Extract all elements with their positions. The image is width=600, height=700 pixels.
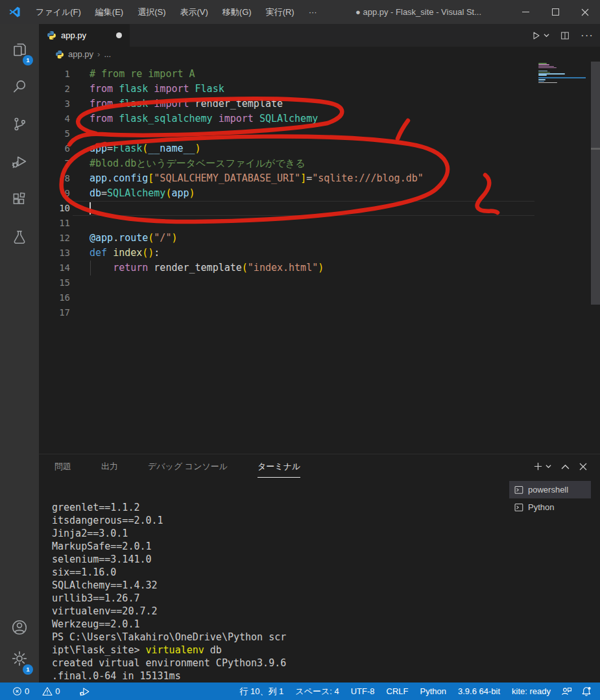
source-control-icon[interactable] bbox=[0, 107, 39, 141]
extensions-icon[interactable] bbox=[0, 183, 39, 216]
warning-count: 0 bbox=[55, 686, 60, 696]
editor-tab-bar: app.py ··· bbox=[39, 24, 600, 47]
status-item-4[interactable]: Python bbox=[414, 686, 451, 696]
code-line[interactable]: 7#blod.dbというデータベースファイルができる bbox=[39, 156, 586, 171]
minimap-line bbox=[538, 67, 557, 69]
minimize-button[interactable] bbox=[510, 0, 540, 24]
line-number: 17 bbox=[39, 305, 70, 320]
explorer-icon[interactable]: 1 bbox=[0, 32, 39, 66]
minimap-line bbox=[538, 81, 544, 82]
new-terminal-button[interactable] bbox=[533, 461, 551, 471]
status-item-5[interactable]: 3.9.6 64-bit bbox=[452, 686, 506, 696]
more-actions-button[interactable]: ··· bbox=[581, 29, 594, 42]
code-line[interactable]: 3from flask import render_template bbox=[39, 97, 586, 111]
search-icon[interactable] bbox=[0, 69, 39, 103]
code-line[interactable]: 1# from re import A bbox=[39, 67, 586, 82]
line-number: 13 bbox=[39, 246, 70, 261]
terminal-line: SQLAlchemy==1.4.32 bbox=[52, 579, 286, 592]
feedback-icon[interactable] bbox=[557, 686, 577, 696]
menu-item-2[interactable]: 選択(S) bbox=[130, 0, 173, 24]
split-editor-button[interactable] bbox=[560, 30, 570, 41]
panel: 問題出力デバッグ コンソールターミナル greenlet==1.1.2itsda… bbox=[39, 454, 600, 682]
testing-icon[interactable] bbox=[0, 220, 39, 254]
line-number: 14 bbox=[39, 261, 70, 275]
terminal-output[interactable]: greenlet==1.1.2itsdangerous==2.0.1Jinja2… bbox=[52, 501, 286, 682]
panel-actions bbox=[533, 461, 587, 471]
tab-app-py[interactable]: app.py bbox=[39, 24, 130, 47]
panel-tab-0[interactable]: 問題 bbox=[54, 455, 71, 477]
breadcrumb-symbol[interactable]: ... bbox=[104, 49, 111, 59]
code-line-text: app=Flask(__name__) bbox=[70, 141, 201, 156]
menu-item-0[interactable]: ファイル(F) bbox=[29, 0, 88, 24]
editor-scrollbar[interactable] bbox=[591, 62, 600, 305]
code-line-text bbox=[70, 216, 90, 231]
breadcrumb-file[interactable]: app.py bbox=[68, 49, 93, 59]
status-item-3[interactable]: CRLF bbox=[381, 686, 414, 696]
code-line[interactable]: 10 bbox=[39, 201, 586, 216]
status-item-0[interactable]: 行 10、列 1 bbox=[234, 686, 289, 697]
menu-item-6[interactable]: ··· bbox=[302, 0, 324, 24]
panel-tab-3[interactable]: ターミナル bbox=[258, 455, 300, 478]
minimap-current-line bbox=[538, 77, 586, 78]
code-line[interactable]: 15 bbox=[39, 275, 586, 290]
status-item-6[interactable]: kite: ready bbox=[506, 686, 557, 696]
code-line-text: from flask_sqlalchemy import SQLAlchemy bbox=[70, 111, 318, 126]
terminal-session-list: powershell Python bbox=[509, 481, 591, 516]
line-number: 6 bbox=[39, 141, 70, 156]
line-number: 2 bbox=[39, 82, 70, 97]
text-cursor bbox=[90, 202, 91, 215]
code-line[interactable]: 17 bbox=[39, 305, 586, 320]
code-line[interactable]: 16 bbox=[39, 290, 586, 305]
run-debug-icon[interactable] bbox=[0, 145, 39, 178]
session-powershell[interactable]: powershell bbox=[509, 481, 591, 498]
indent-guide bbox=[90, 261, 91, 275]
editor-area: app.py ··· app.py › ... bbox=[39, 24, 600, 454]
status-item-1[interactable]: スペース: 4 bbox=[289, 686, 344, 697]
code-line[interactable]: 11 bbox=[39, 216, 586, 231]
menu-item-5[interactable]: 実行(R) bbox=[259, 0, 302, 24]
panel-tab-1[interactable]: 出力 bbox=[101, 455, 118, 477]
close-button[interactable] bbox=[570, 0, 600, 24]
session-python[interactable]: Python bbox=[509, 498, 591, 516]
menu-item-4[interactable]: 移動(G) bbox=[215, 0, 259, 24]
code-line[interactable]: 12@app.route("/") bbox=[39, 231, 586, 246]
window-title: ● app.py - Flask_site - Visual St... bbox=[355, 0, 481, 24]
notifications-bell-icon[interactable] bbox=[577, 686, 596, 697]
warning-icon bbox=[42, 686, 53, 696]
settings-gear-icon[interactable]: 1 bbox=[0, 642, 39, 675]
menu-item-3[interactable]: 表示(V) bbox=[173, 0, 215, 24]
menu-item-1[interactable]: 編集(E) bbox=[88, 0, 130, 24]
chevron-down-icon bbox=[544, 32, 549, 38]
account-icon[interactable] bbox=[0, 611, 39, 644]
debug-status-icon[interactable] bbox=[75, 686, 95, 697]
code-line[interactable]: 9db=SQLAlchemy(app) bbox=[39, 186, 586, 201]
status-item-2[interactable]: UTF-8 bbox=[345, 686, 381, 696]
modified-dot-icon[interactable] bbox=[116, 32, 122, 38]
warnings-indicator[interactable]: 0 bbox=[38, 686, 64, 696]
code-line-text: app.config["SQLALCHEMY_DATABASE_URI"]="s… bbox=[70, 171, 424, 186]
code-line[interactable]: 8app.config["SQLALCHEMY_DATABASE_URI"]="… bbox=[39, 171, 586, 186]
status-bar: 0 0 行 10、列 1スペース: 4UTF-8CRLFPython3.9.6 … bbox=[0, 682, 600, 700]
code-line[interactable]: 14 return render_template("index.html") bbox=[39, 261, 586, 275]
terminal-icon bbox=[514, 503, 523, 512]
terminal-line: MarkupSafe==2.0.1 bbox=[52, 540, 286, 553]
run-button[interactable] bbox=[531, 30, 549, 41]
code-line-text: @app.route("/") bbox=[70, 231, 177, 246]
maximize-panel-button[interactable] bbox=[561, 463, 570, 470]
line-number: 16 bbox=[39, 290, 70, 305]
code-line[interactable]: 13def index(): bbox=[39, 246, 586, 261]
code-line[interactable]: 2from flask import Flask bbox=[39, 82, 586, 97]
minimap[interactable] bbox=[538, 63, 586, 426]
code-line[interactable]: 6app=Flask(__name__) bbox=[39, 141, 586, 156]
close-panel-button[interactable] bbox=[579, 463, 587, 471]
breadcrumb[interactable]: app.py › ... bbox=[39, 47, 111, 62]
maximize-button[interactable] bbox=[540, 0, 570, 24]
code-view[interactable]: 1# from re import A2from flask import Fl… bbox=[39, 62, 586, 454]
panel-tab-2[interactable]: デバッグ コンソール bbox=[148, 455, 228, 477]
code-line[interactable]: 4from flask_sqlalchemy import SQLAlchemy bbox=[39, 111, 586, 126]
code-line[interactable]: 5 bbox=[39, 126, 586, 141]
code-line-text bbox=[70, 201, 90, 216]
terminal-line: virtualenv==20.7.2 bbox=[52, 605, 286, 618]
line-number: 15 bbox=[39, 275, 70, 290]
errors-indicator[interactable]: 0 bbox=[8, 686, 34, 696]
